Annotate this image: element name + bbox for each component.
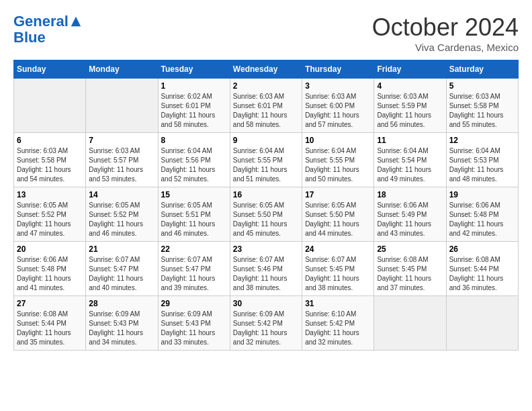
logo-text: General: [13, 13, 69, 30]
calendar-cell: 27Sunrise: 6:08 AM Sunset: 5:44 PM Dayli…: [14, 296, 86, 351]
day-number: 23: [233, 244, 299, 254]
calendar-week-row: 6Sunrise: 6:03 AM Sunset: 5:58 PM Daylig…: [14, 133, 519, 187]
calendar-cell: 2Sunrise: 6:03 AM Sunset: 6:01 PM Daylig…: [230, 79, 302, 133]
logo-icon: [70, 15, 82, 28]
day-number: 16: [233, 190, 299, 199]
calendar-cell: 6Sunrise: 6:03 AM Sunset: 5:58 PM Daylig…: [14, 133, 86, 187]
calendar-cell: 16Sunrise: 6:05 AM Sunset: 5:50 PM Dayli…: [230, 187, 302, 242]
calendar-week-row: 13Sunrise: 6:05 AM Sunset: 5:52 PM Dayli…: [14, 187, 519, 242]
calendar-cell: 19Sunrise: 6:06 AM Sunset: 5:48 PM Dayli…: [446, 187, 518, 242]
calendar-cell: 20Sunrise: 6:06 AM Sunset: 5:48 PM Dayli…: [14, 242, 86, 296]
day-number: 13: [17, 190, 83, 199]
day-number: 14: [89, 190, 154, 199]
calendar-cell: 30Sunrise: 6:09 AM Sunset: 5:42 PM Dayli…: [230, 296, 302, 351]
calendar-cell: 23Sunrise: 6:07 AM Sunset: 5:46 PM Dayli…: [230, 242, 302, 296]
calendar-cell: 31Sunrise: 6:10 AM Sunset: 5:42 PM Dayli…: [302, 296, 374, 351]
calendar-cell: 15Sunrise: 6:05 AM Sunset: 5:51 PM Dayli…: [158, 187, 230, 242]
calendar-cell: 9Sunrise: 6:04 AM Sunset: 5:55 PM Daylig…: [230, 133, 302, 187]
day-number: 6: [17, 136, 83, 145]
day-number: 7: [89, 136, 154, 145]
calendar-cell: [14, 79, 86, 133]
cell-info: Sunrise: 6:04 AM Sunset: 5:55 PM Dayligh…: [233, 146, 299, 184]
calendar-cell: 26Sunrise: 6:08 AM Sunset: 5:44 PM Dayli…: [446, 242, 518, 296]
calendar-body: 1Sunrise: 6:02 AM Sunset: 6:01 PM Daylig…: [14, 79, 519, 351]
calendar-cell: 13Sunrise: 6:05 AM Sunset: 5:52 PM Dayli…: [14, 187, 86, 242]
calendar-cell: 28Sunrise: 6:09 AM Sunset: 5:43 PM Dayli…: [86, 296, 158, 351]
calendar-cell: 17Sunrise: 6:05 AM Sunset: 5:50 PM Dayli…: [302, 187, 374, 242]
calendar-cell: [446, 296, 518, 351]
cell-info: Sunrise: 6:05 AM Sunset: 5:52 PM Dayligh…: [17, 201, 83, 238]
calendar-cell: 1Sunrise: 6:02 AM Sunset: 6:01 PM Daylig…: [158, 79, 230, 133]
day-number: 17: [305, 190, 371, 199]
day-number: 9: [233, 136, 299, 145]
day-number: 1: [161, 81, 227, 91]
day-number: 22: [161, 244, 227, 254]
cell-info: Sunrise: 6:08 AM Sunset: 5:44 PM Dayligh…: [17, 310, 83, 347]
cell-info: Sunrise: 6:05 AM Sunset: 5:50 PM Dayligh…: [305, 201, 371, 238]
calendar-table: SundayMondayTuesdayWednesdayThursdayFrid…: [13, 60, 519, 351]
calendar-cell: 12Sunrise: 6:04 AM Sunset: 5:53 PM Dayli…: [446, 133, 518, 187]
calendar-cell: [374, 296, 446, 351]
cell-info: Sunrise: 6:03 AM Sunset: 5:59 PM Dayligh…: [377, 92, 443, 130]
day-number: 26: [449, 244, 515, 254]
cell-info: Sunrise: 6:09 AM Sunset: 5:43 PM Dayligh…: [89, 310, 154, 347]
cell-info: Sunrise: 6:08 AM Sunset: 5:44 PM Dayligh…: [449, 255, 515, 293]
cell-info: Sunrise: 6:04 AM Sunset: 5:55 PM Dayligh…: [305, 146, 371, 184]
day-number: 18: [377, 190, 443, 199]
calendar-cell: 10Sunrise: 6:04 AM Sunset: 5:55 PM Dayli…: [302, 133, 374, 187]
day-number: 29: [161, 299, 227, 308]
logo-blue-text: Blue: [13, 30, 46, 46]
cell-info: Sunrise: 6:07 AM Sunset: 5:45 PM Dayligh…: [305, 255, 371, 293]
calendar-cell: 24Sunrise: 6:07 AM Sunset: 5:45 PM Dayli…: [302, 242, 374, 296]
day-number: 5: [449, 81, 515, 91]
day-number: 8: [161, 136, 227, 145]
calendar-cell: 18Sunrise: 6:06 AM Sunset: 5:49 PM Dayli…: [374, 187, 446, 242]
page-header: General Blue October 2024 Viva Cardenas,…: [13, 13, 519, 53]
calendar-cell: [86, 79, 158, 133]
calendar-cell: 8Sunrise: 6:04 AM Sunset: 5:56 PM Daylig…: [158, 133, 230, 187]
cell-info: Sunrise: 6:03 AM Sunset: 5:58 PM Dayligh…: [449, 92, 515, 130]
calendar-cell: 21Sunrise: 6:07 AM Sunset: 5:47 PM Dayli…: [86, 242, 158, 296]
day-of-week-header: Monday: [86, 60, 158, 79]
cell-info: Sunrise: 6:03 AM Sunset: 6:00 PM Dayligh…: [305, 92, 371, 130]
calendar-week-row: 27Sunrise: 6:08 AM Sunset: 5:44 PM Dayli…: [14, 296, 519, 351]
logo: General Blue: [13, 13, 82, 46]
cell-info: Sunrise: 6:06 AM Sunset: 5:49 PM Dayligh…: [377, 201, 443, 238]
cell-info: Sunrise: 6:04 AM Sunset: 5:54 PM Dayligh…: [377, 146, 443, 184]
calendar-cell: 29Sunrise: 6:09 AM Sunset: 5:43 PM Dayli…: [158, 296, 230, 351]
cell-info: Sunrise: 6:08 AM Sunset: 5:45 PM Dayligh…: [377, 255, 443, 293]
cell-info: Sunrise: 6:09 AM Sunset: 5:42 PM Dayligh…: [233, 310, 299, 347]
day-of-week-header: Sunday: [14, 60, 86, 79]
cell-info: Sunrise: 6:04 AM Sunset: 5:53 PM Dayligh…: [449, 146, 515, 184]
cell-info: Sunrise: 6:05 AM Sunset: 5:50 PM Dayligh…: [233, 201, 299, 238]
day-number: 10: [305, 136, 371, 145]
calendar-cell: 3Sunrise: 6:03 AM Sunset: 6:00 PM Daylig…: [302, 79, 374, 133]
day-number: 12: [449, 136, 515, 145]
day-of-week-header: Thursday: [302, 60, 374, 79]
day-number: 25: [377, 244, 443, 254]
day-of-week-header: Saturday: [446, 60, 518, 79]
cell-info: Sunrise: 6:03 AM Sunset: 5:58 PM Dayligh…: [17, 146, 83, 184]
day-number: 11: [377, 136, 443, 145]
cell-info: Sunrise: 6:04 AM Sunset: 5:56 PM Dayligh…: [161, 146, 227, 184]
calendar-cell: 14Sunrise: 6:05 AM Sunset: 5:52 PM Dayli…: [86, 187, 158, 242]
day-number: 2: [233, 81, 299, 91]
cell-info: Sunrise: 6:07 AM Sunset: 5:47 PM Dayligh…: [161, 255, 227, 293]
day-number: 20: [17, 244, 83, 254]
calendar-cell: 11Sunrise: 6:04 AM Sunset: 5:54 PM Dayli…: [374, 133, 446, 187]
calendar-cell: 7Sunrise: 6:03 AM Sunset: 5:57 PM Daylig…: [86, 133, 158, 187]
calendar-cell: 22Sunrise: 6:07 AM Sunset: 5:47 PM Dayli…: [158, 242, 230, 296]
title-block: October 2024 Viva Cardenas, Mexico: [372, 13, 519, 53]
day-number: 19: [449, 190, 515, 199]
cell-info: Sunrise: 6:07 AM Sunset: 5:46 PM Dayligh…: [233, 255, 299, 293]
day-of-week-header: Tuesday: [158, 60, 230, 79]
day-of-week-header: Friday: [374, 60, 446, 79]
cell-info: Sunrise: 6:05 AM Sunset: 5:51 PM Dayligh…: [161, 201, 227, 238]
day-number: 4: [377, 81, 443, 91]
calendar-cell: 4Sunrise: 6:03 AM Sunset: 5:59 PM Daylig…: [374, 79, 446, 133]
cell-info: Sunrise: 6:02 AM Sunset: 6:01 PM Dayligh…: [161, 92, 227, 130]
calendar-week-row: 20Sunrise: 6:06 AM Sunset: 5:48 PM Dayli…: [14, 242, 519, 296]
cell-info: Sunrise: 6:07 AM Sunset: 5:47 PM Dayligh…: [89, 255, 154, 293]
day-number: 31: [305, 299, 371, 308]
day-of-week-header: Wednesday: [230, 60, 302, 79]
